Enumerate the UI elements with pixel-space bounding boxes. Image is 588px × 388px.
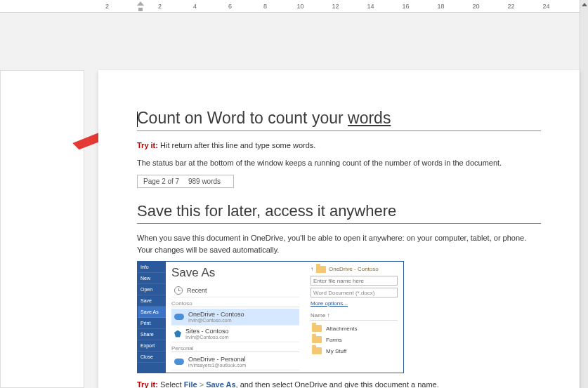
backstage-item-print: Print [138, 318, 166, 329]
backstage-item-info: Info [138, 262, 166, 273]
more-options-link: More options... [311, 300, 348, 307]
saveas-details: ↑OneDrive - Contoso More options... Name… [305, 262, 403, 373]
filename-input [311, 276, 398, 286]
ruler-tick: 12 [327, 3, 344, 10]
ruler-tick: 16 [397, 3, 414, 10]
heading-underlined-word: words [348, 109, 391, 127]
saveas-locations: Save As Recent Contoso OneDrive - Contos… [166, 262, 305, 373]
saveas-link: Save As [206, 380, 235, 388]
folder-icon [312, 336, 322, 343]
sharepoint-icon [174, 330, 181, 337]
folder-row: Attachments [311, 323, 398, 334]
tryit-label: Try it: [137, 141, 158, 149]
backstage-menu: InfoNewOpenSaveSave AsPrintShareExportCl… [138, 262, 166, 373]
backstage-item-close: Close [138, 352, 166, 363]
location-sites-contoso: Sites - ContosoIrvin@Contoso.com [171, 326, 299, 342]
location-recent: Recent [171, 284, 299, 297]
folder-icon [312, 325, 322, 332]
document-page[interactable]: Count on Word to count your words Try it… [98, 70, 580, 388]
vertical-scrollbar[interactable] [580, 0, 588, 388]
filetype-input [311, 288, 398, 297]
backstage-item-new: New [138, 273, 166, 284]
backstage-item-save: Save [138, 295, 166, 307]
heading-text: Count on Word to count your [137, 109, 348, 127]
backstage-item-save-as: Save As [138, 307, 166, 318]
ruler-tick: 22 [502, 3, 520, 10]
ruler-tick: 6 [221, 3, 239, 10]
onedrive-icon [174, 359, 184, 365]
ruler-tick: 24 [537, 3, 555, 10]
group-contoso: Contoso [171, 300, 299, 307]
folder-row: Forms [311, 334, 398, 345]
ruler-tick: 18 [432, 3, 450, 10]
ruler-tick: 8 [256, 3, 274, 10]
group-personal: Personal [171, 345, 299, 352]
folder-icon [316, 266, 326, 273]
saveas-title: Save As [171, 266, 299, 280]
tryit-line-2[interactable]: Try it: Select File > Save As, and then … [137, 379, 541, 388]
location-onedrive-contoso: OneDrive - ContosoIrvin@Contoso.com [171, 309, 299, 326]
indent-marker[interactable] [137, 1, 144, 11]
tryit-pre: Select [158, 380, 184, 388]
status-bar-example: Page 2 of 7 989 words [137, 175, 234, 188]
backstage-item-share: Share [138, 329, 166, 340]
ruler-tick: 10 [292, 3, 309, 10]
folder-row: My Stuff [311, 345, 398, 356]
horizontal-ruler[interactable]: 224681012141618202224 [0, 0, 580, 13]
ruler-tick: 20 [467, 3, 485, 10]
backstage-item-export: Export [138, 340, 166, 352]
save-intro[interactable]: When you save this document in OneDrive,… [137, 232, 541, 255]
status-description[interactable]: The status bar at the bottom of the wind… [137, 157, 541, 169]
name-column-header: Name ↑ [311, 312, 398, 321]
status-page: Page 2 of 7 [143, 178, 179, 185]
heading-count-words[interactable]: Count on Word to count your words [137, 109, 541, 131]
breadcrumb: ↑OneDrive - Contoso [311, 266, 398, 273]
file-link: File [184, 380, 197, 388]
status-words: 989 words [188, 178, 221, 185]
tryit-label: Try it: [137, 380, 158, 388]
backstage-item-open: Open [138, 284, 166, 295]
onedrive-icon [174, 314, 184, 320]
folder-icon [312, 347, 322, 354]
location-onedrive-personal: OneDrive - Personalirvinsayers1@outlook.… [171, 354, 299, 370]
breadcrumb-sep: > [197, 380, 207, 388]
ruler-tick: 2 [151, 3, 169, 10]
ruler-tick: 2 [98, 3, 116, 10]
text-cursor [137, 112, 138, 127]
saveas-screenshot: InfoNewOpenSaveSave AsPrintShareExportCl… [137, 261, 404, 373]
heading-save-later[interactable]: Save this for later, access it anywhere [137, 202, 541, 224]
tryit-text: Hit return after this line and type some… [158, 141, 315, 149]
tryit-post: , and then select OneDrive and give this… [236, 380, 439, 388]
ruler-tick: 4 [186, 3, 204, 10]
clock-icon [174, 286, 183, 295]
scroll-up-icon[interactable] [582, 3, 587, 6]
tryit-line-1[interactable]: Try it: Hit return after this line and t… [137, 140, 541, 152]
ruler-tick: 14 [362, 3, 379, 10]
